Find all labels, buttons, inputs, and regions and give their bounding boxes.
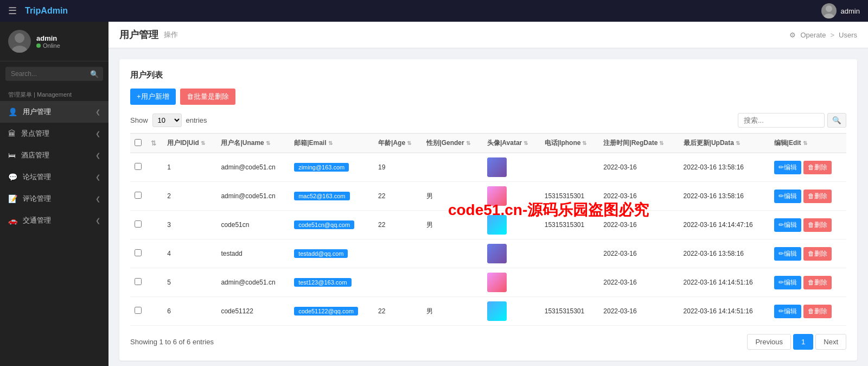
email-badge-0: ziming@163.com (294, 163, 349, 172)
row-gender-2: 男 (422, 211, 483, 239)
svg-point-0 (826, 5, 832, 12)
row-uid-0: 1 (163, 153, 216, 182)
row-edit-5: ✏编辑 🗑删除 (770, 297, 846, 326)
th-avatar[interactable]: 头像|Avatar⇅ (483, 134, 540, 153)
user-mgmt-icon: 👤 (8, 108, 17, 116)
delete-button-1[interactable]: 🗑删除 (803, 190, 832, 203)
row-age-0: 19 (374, 153, 422, 182)
edit-button-5[interactable]: ✏编辑 (774, 305, 801, 318)
th-regdate[interactable]: 注册时间|RegDate⇅ (599, 134, 679, 153)
next-button[interactable]: Next (815, 334, 846, 350)
row-age-1: 22 (374, 182, 422, 211)
avatar-cell-5 (487, 301, 507, 321)
svg-point-3 (12, 46, 27, 53)
avatar-cell-2 (487, 215, 507, 235)
th-updata[interactable]: 最后更新|UpData⇅ (679, 134, 770, 153)
batch-delete-button[interactable]: 🗑批量是删除 (180, 89, 235, 105)
avatar-sort-icon: ⇅ (524, 140, 528, 146)
table-controls: Show 10 25 50 100 entries 🔍 (130, 113, 846, 128)
row-age-2: 22 (374, 211, 422, 239)
delete-button-3[interactable]: 🗑删除 (803, 247, 832, 261)
row-select-0[interactable] (135, 163, 142, 170)
row-select-3[interactable] (135, 249, 142, 256)
edit-button-3[interactable]: ✏编辑 (774, 247, 801, 261)
row-index-1 (146, 182, 163, 211)
row-index-5 (146, 297, 163, 326)
edit-sort-icon: ⇅ (803, 140, 807, 146)
row-select-1[interactable] (135, 192, 142, 199)
sidebar-item-left-hotel: 🛏 酒店管理 (8, 150, 49, 160)
brand-admin: Admin (41, 6, 68, 15)
sidebar-item-comment-mgmt[interactable]: 📝 评论管理 ❮ (0, 188, 108, 210)
row-select-5[interactable] (135, 307, 142, 314)
age-sort-icon: ⇅ (407, 140, 411, 146)
hamburger-icon[interactable]: ☰ (8, 5, 17, 17)
th-email[interactable]: 邮箱|Email⇅ (290, 134, 374, 153)
svg-point-2 (15, 33, 24, 43)
row-updata-2: 2022-03-16 14:14:47:16 (679, 211, 770, 239)
action-cell-5: ✏编辑 🗑删除 (774, 305, 842, 318)
breadcrumb-separator: > (830, 31, 834, 39)
edit-button-1[interactable]: ✏编辑 (774, 190, 801, 203)
sidebar-search-input[interactable] (5, 67, 103, 81)
table-row: 2 admin@code51.cn mac52@163.com 22 男 153… (130, 182, 846, 211)
select-all-checkbox[interactable] (135, 139, 142, 146)
edit-button-2[interactable]: ✏编辑 (774, 218, 801, 232)
th-uname[interactable]: 用户名|Uname⇅ (216, 134, 290, 153)
th-age[interactable]: 年龄|Age⇅ (374, 134, 422, 153)
entries-select[interactable]: 10 25 50 100 (152, 113, 182, 127)
delete-button-5[interactable]: 🗑删除 (803, 305, 832, 318)
table-search-input[interactable] (738, 113, 825, 128)
row-avatar-4 (483, 268, 540, 297)
row-uname-3: testadd (216, 239, 290, 268)
edit-button-0[interactable]: ✏编辑 (774, 161, 801, 174)
row-gender-5: 男 (422, 297, 483, 326)
add-user-button[interactable]: +用户新增 (130, 89, 176, 105)
gender-sort-icon: ⇅ (466, 140, 470, 146)
previous-button[interactable]: Previous (747, 334, 791, 350)
table-search-button[interactable]: 🔍 (827, 113, 846, 128)
row-select-4[interactable] (135, 278, 142, 285)
row-regdate-3: 2022-03-16 (599, 239, 679, 268)
row-uname-5: code51122 (216, 297, 290, 326)
sidebar-item-hotel-mgmt[interactable]: 🛏 酒店管理 ❮ (0, 144, 108, 166)
sidebar-search-icon[interactable]: 🔍 (90, 70, 99, 78)
sidebar-section-label: 管理菜单 | Management (0, 86, 108, 101)
pagination: Previous 1 Next (747, 334, 846, 350)
row-updata-3: 2022-03-16 13:58:16 (679, 239, 770, 268)
comment-mgmt-arrow: ❮ (95, 195, 100, 203)
sidebar-item-scenic-mgmt[interactable]: 🏛 景点管理 ❮ (0, 123, 108, 144)
row-age-3 (374, 239, 422, 268)
delete-button-2[interactable]: 🗑删除 (803, 218, 832, 232)
row-email-2: code51cn@qq.com (290, 211, 374, 239)
th-avatar-label: 头像|Avatar (487, 139, 522, 147)
edit-button-4[interactable]: ✏编辑 (774, 276, 801, 289)
email-badge-5: code51122@qq.com (294, 307, 358, 315)
page-1-button[interactable]: 1 (793, 334, 813, 350)
sidebar-label-traffic-mgmt: 交通管理 (23, 216, 51, 225)
th-phone[interactable]: 电话|Iphone⇅ (540, 134, 599, 153)
row-phone-5: 15315315301 (540, 297, 599, 326)
breadcrumb-page: Users (839, 31, 857, 39)
sidebar-item-traffic-mgmt[interactable]: 🚗 交通管理 ❮ (0, 210, 108, 231)
card-title: 用户列表 (130, 70, 846, 80)
scenic-mgmt-icon: 🏛 (8, 129, 16, 138)
row-uid-3: 4 (163, 239, 216, 268)
row-edit-1: ✏编辑 🗑删除 (770, 182, 846, 211)
th-uid[interactable]: 用户ID|Uid⇅ (163, 134, 216, 153)
sidebar-item-user-mgmt[interactable]: 👤 用户管理 ❮ (0, 101, 108, 123)
row-select-2[interactable] (135, 220, 142, 228)
delete-button-0[interactable]: 🗑删除 (803, 161, 832, 174)
sidebar-profile: admin Online (0, 22, 108, 61)
sidebar-label-forum-mgmt: 论坛管理 (23, 172, 51, 182)
row-phone-1: 15315315301 (540, 182, 599, 211)
th-gender[interactable]: 性别|Gender⇅ (422, 134, 483, 153)
table-row: 4 testadd testadd@qq.com 2022-03-16 2022… (130, 239, 846, 268)
table-body: 1 admin@code51.cn ziming@163.com 19 2022… (130, 153, 846, 326)
th-edit[interactable]: 编辑|Edit⇅ (770, 134, 846, 153)
sidebar-item-forum-mgmt[interactable]: 💬 论坛管理 ❮ (0, 166, 108, 188)
top-navbar: ☰ TripAdmin admin (0, 0, 868, 22)
table-row: 5 admin@code51.cn test123@163.com 2022-0… (130, 268, 846, 297)
sidebar-username: admin (36, 34, 60, 42)
delete-button-4[interactable]: 🗑删除 (803, 276, 832, 289)
